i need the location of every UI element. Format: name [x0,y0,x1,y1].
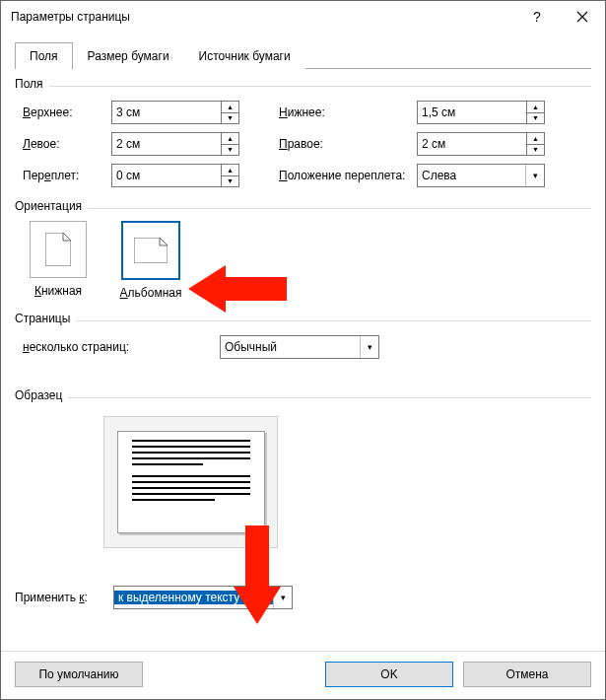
help-button[interactable]: ? [514,1,560,33]
default-button[interactable]: По умолчанию [15,662,143,687]
tab-strip: Поля Размер бумаги Источник бумаги [15,42,591,69]
input-left-margin-field[interactable] [112,133,221,155]
label-bottom: Нижнее: [279,105,417,119]
label-multiple-pages: несколько страниц: [23,340,196,354]
close-button[interactable] [560,1,605,33]
input-gutter[interactable]: ▲▼ [111,164,239,187]
group-orientation: Ориентация Книжная Альбомная [15,199,591,300]
tab-margins[interactable]: Поля [15,42,73,69]
chevron-down-icon: ▾ [273,587,292,608]
spinner-up-icon[interactable]: ▲ [527,102,544,112]
combo-apply-to-value: к выделенному тексту [114,591,273,604]
group-margins-label: Поля [15,77,43,91]
combo-gutter-position-value: Слева [418,169,525,182]
input-left-margin[interactable]: ▲▼ [111,132,239,156]
label-left: Левое: [23,137,111,151]
orientation-portrait[interactable]: Книжная [23,221,94,298]
input-gutter-field[interactable] [112,165,221,186]
spinner-down-icon[interactable]: ▼ [527,112,544,124]
group-pages: Страницы несколько страниц: Обычный ▾ [15,312,591,359]
combo-multiple-pages-value: Обычный [221,340,360,354]
page-setup-dialog: Параметры страницы ? Поля Размер бумаги … [0,0,606,700]
preview-page-icon [117,431,265,533]
label-gutter-position: Положение переплета: [279,169,417,182]
label-apply-to: Применить к: [15,591,105,604]
group-preview-label: Образец [15,388,62,402]
spinner-down-icon[interactable]: ▼ [222,112,238,124]
close-icon [576,11,588,23]
input-top-margin-field[interactable] [112,102,221,123]
dialog-title: Параметры страницы [11,10,514,24]
orientation-landscape-label: Альбомная [115,286,186,300]
group-pages-label: Страницы [15,312,70,325]
spinner-up-icon[interactable]: ▲ [222,102,238,112]
spinner-up-icon[interactable]: ▲ [527,133,544,144]
group-preview: Образец [15,388,591,548]
landscape-page-icon [121,221,180,280]
group-margins: Поля Верхнее: ▲▼ Нижнее: ▲▼ Левое: [15,77,591,187]
svg-marker-0 [45,233,71,266]
label-right: Правое: [279,137,417,151]
spinner-down-icon[interactable]: ▼ [222,144,238,156]
group-orientation-label: Ориентация [15,199,82,213]
orientation-portrait-label: Книжная [23,284,94,298]
combo-apply-to[interactable]: к выделенному тексту ▾ [113,586,293,609]
spinner-up-icon[interactable]: ▲ [222,133,238,144]
cancel-button[interactable]: Отмена [463,662,591,687]
combo-multiple-pages[interactable]: Обычный ▾ [220,335,379,359]
combo-gutter-position[interactable]: Слева ▾ [417,164,545,187]
label-gutter: Переплет: [23,169,111,182]
input-right-margin[interactable]: ▲▼ [417,132,545,156]
ok-button[interactable]: OK [325,662,453,687]
label-top: Верхнее: [23,105,111,119]
spinner-down-icon[interactable]: ▼ [527,144,544,156]
spinner-up-icon[interactable]: ▲ [222,165,238,175]
input-bottom-margin[interactable]: ▲▼ [417,101,545,124]
input-bottom-margin-field[interactable] [418,102,526,123]
dialog-footer: По умолчанию OK Отмена [1,651,605,699]
tab-paper-size[interactable]: Размер бумаги [73,42,184,69]
spinner-down-icon[interactable]: ▼ [222,175,238,187]
chevron-down-icon: ▾ [525,165,544,186]
title-bar: Параметры страницы ? [1,1,605,33]
input-right-margin-field[interactable] [418,133,526,155]
page-preview [103,416,278,548]
chevron-down-icon: ▾ [360,336,378,358]
orientation-landscape[interactable]: Альбомная [115,221,186,300]
portrait-page-icon [30,221,87,278]
svg-marker-1 [134,238,168,263]
input-top-margin[interactable]: ▲▼ [111,101,239,124]
apply-to-row: Применить к: к выделенному тексту ▾ [15,586,591,609]
tab-paper-source[interactable]: Источник бумаги [184,42,305,69]
